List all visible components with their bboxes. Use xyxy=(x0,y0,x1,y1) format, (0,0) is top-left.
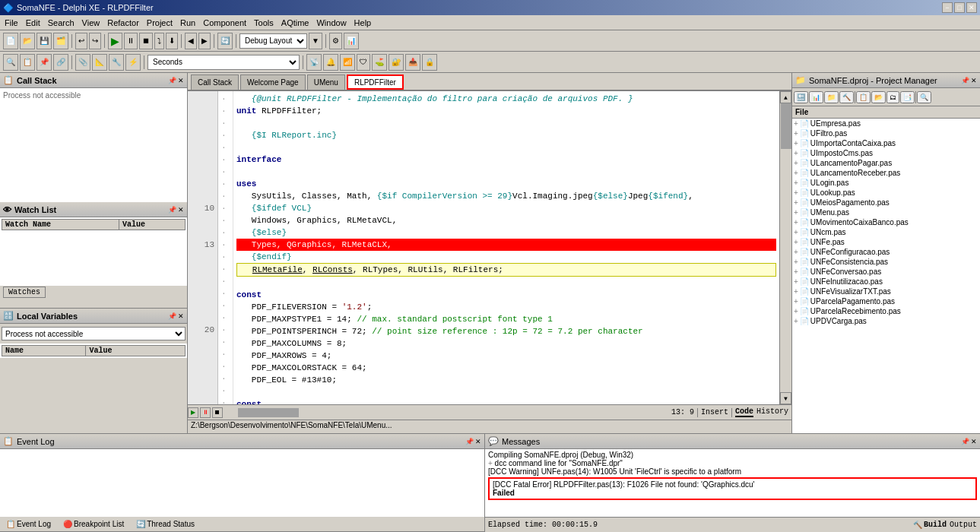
code-lines-area[interactable]: {@unit RLPDFFilter - Implementação do fi… xyxy=(233,91,779,404)
run-button[interactable]: ▶ xyxy=(108,33,122,49)
debug-btn7[interactable]: 🔧 xyxy=(109,54,124,71)
close-button[interactable]: ✕ xyxy=(966,2,977,13)
pm-pin[interactable]: 📌 xyxy=(961,77,969,84)
step-over-button[interactable]: ⤵ xyxy=(154,33,164,49)
file-item-uempresa[interactable]: + 📄 UEmpresa.pas xyxy=(792,119,980,128)
tab-code[interactable]: Code xyxy=(735,407,753,417)
pm-btn2[interactable]: 📊 xyxy=(809,91,823,103)
new-button[interactable]: 📄 xyxy=(3,33,18,49)
debug-btn2[interactable]: 📋 xyxy=(20,54,35,71)
call-stack-close[interactable]: ✕ xyxy=(178,77,184,84)
file-item-updvcarga[interactable]: + 📄 UPDVCarga.pas xyxy=(792,316,980,326)
pm-btn5[interactable]: 📋 xyxy=(856,91,871,103)
hscroll-track[interactable] xyxy=(223,408,668,417)
el-pin[interactable]: 📌 xyxy=(465,438,474,445)
pm-btn8[interactable]: 📑 xyxy=(900,91,915,103)
config-btn1[interactable]: ⚙ xyxy=(329,33,342,49)
file-item-unfeconv[interactable]: + 📄 UNFeConversao.pas xyxy=(792,267,980,277)
local-vars-close[interactable]: ✕ xyxy=(178,312,184,320)
code-editor[interactable]: 10 13 20 xyxy=(188,91,791,420)
tab-umenu[interactable]: UMenu xyxy=(307,74,345,90)
file-item-umeios[interactable]: + 📄 UMeiosPagamento.pas xyxy=(792,198,980,207)
extra-btn2[interactable]: 🔔 xyxy=(323,54,338,71)
msg-close[interactable]: ✕ xyxy=(971,438,977,445)
event-log-tab[interactable]: 📋 Event Log xyxy=(0,519,57,529)
code-vscroll[interactable]: ▲ ▼ xyxy=(779,91,791,404)
output-tab[interactable]: Output xyxy=(950,521,977,530)
file-item-unfe[interactable]: + 📄 UNFe.pas xyxy=(792,237,980,247)
file-item-uimpostocms[interactable]: + 📄 UImpostoCms.pas xyxy=(792,148,980,158)
seconds-select[interactable]: Seconds xyxy=(147,55,300,70)
debug-btn1[interactable]: 🔍 xyxy=(3,54,18,71)
local-vars-pin[interactable]: 📌 xyxy=(168,312,176,320)
el-close[interactable]: ✕ xyxy=(475,438,481,445)
local-vars-select[interactable]: Process not accessible xyxy=(2,327,186,340)
title-bar-controls[interactable]: − □ ✕ xyxy=(942,2,977,13)
file-item-ulancreceber[interactable]: + 📄 ULancamentoReceber.pas xyxy=(792,168,980,178)
file-item-uparcelarec[interactable]: + 📄 UParcelaRecebimento.pas xyxy=(792,306,980,316)
stop-small-btn[interactable]: ⏹ xyxy=(212,407,223,418)
menu-aqtime[interactable]: AQtime xyxy=(278,17,312,28)
file-item-unfevisual[interactable]: + 📄 UNFeVisualizarTXT.pas xyxy=(792,287,980,296)
open-button[interactable]: 📂 xyxy=(20,33,35,49)
scroll-up[interactable]: ▲ xyxy=(780,91,791,103)
file-item-ulogin[interactable]: + 📄 ULogin.pas xyxy=(792,178,980,188)
file-item-ufiltro[interactable]: + 📄 UFiltro.pas xyxy=(792,128,980,138)
run-small-btn[interactable]: ▶ xyxy=(188,407,198,418)
watches-tab[interactable]: Watches xyxy=(3,287,46,298)
file-item-uimportaconta[interactable]: + 📄 UImportaContaCaixa.pas xyxy=(792,138,980,148)
thread-tab[interactable]: 🔄 Thread Status xyxy=(130,519,201,529)
file-item-ulancpagar[interactable]: + 📄 ULancamentoPagar.pas xyxy=(792,158,980,168)
pm-close[interactable]: ✕ xyxy=(971,77,977,84)
menu-file[interactable]: File xyxy=(2,17,21,28)
redo-button[interactable]: ↪ xyxy=(89,33,101,49)
scroll-thumb[interactable] xyxy=(781,103,791,149)
pause-button[interactable]: ⏸ xyxy=(124,33,138,49)
file-item-unfeinut[interactable]: + 📄 UNFeInutilizacao.pas xyxy=(792,277,980,287)
menu-window[interactable]: Window xyxy=(313,17,349,28)
extra-btn6[interactable]: 🔐 xyxy=(389,54,404,71)
undo-button[interactable]: ↩ xyxy=(75,33,87,49)
file-item-unfeconfig[interactable]: + 📄 UNFeConfiguracao.pas xyxy=(792,247,980,257)
breakpoint-tab[interactable]: 🔴 Breakpoint List xyxy=(57,519,130,529)
menu-edit[interactable]: Edit xyxy=(23,17,43,28)
menu-view[interactable]: View xyxy=(79,17,103,28)
file-item-uncm[interactable]: + 📄 UNcm.pas xyxy=(792,227,980,237)
layout-select[interactable]: Debug Layout xyxy=(239,33,307,49)
maximize-button[interactable]: □ xyxy=(954,2,965,13)
pm-btn7[interactable]: 🗂 xyxy=(886,91,899,103)
minimize-button[interactable]: − xyxy=(942,2,953,13)
file-tree[interactable]: + 📄 UEmpresa.pas + 📄 UFiltro.pas + 📄 UIm… xyxy=(792,119,980,433)
layout-dropdown[interactable]: ▼ xyxy=(309,33,322,49)
menu-help[interactable]: Help xyxy=(351,17,375,28)
extra-btn1[interactable]: 📡 xyxy=(306,54,322,71)
scroll-down[interactable]: ▼ xyxy=(780,392,791,404)
step-into-button[interactable]: ⬇ xyxy=(166,33,178,49)
pause-small-btn[interactable]: ⏸ xyxy=(200,407,211,418)
tab-history[interactable]: History xyxy=(756,407,788,417)
tab-call-stack[interactable]: Call Stack xyxy=(191,74,239,90)
extra-btn4[interactable]: 🛡 xyxy=(357,54,370,71)
back-button[interactable]: ◀ xyxy=(185,33,197,49)
tab-welcome[interactable]: Welcome Page xyxy=(240,74,306,90)
call-stack-pin[interactable]: 📌 xyxy=(168,77,176,84)
extra-btn5[interactable]: ⛳ xyxy=(372,54,387,71)
debug-btn5[interactable]: 📎 xyxy=(75,54,90,71)
config-btn2[interactable]: 📊 xyxy=(344,33,359,49)
pm-btn4[interactable]: 🔨 xyxy=(839,91,854,103)
extra-btn3[interactable]: 📶 xyxy=(340,54,355,71)
hscroll-thumb[interactable] xyxy=(238,408,299,417)
menu-component[interactable]: Component xyxy=(200,17,249,28)
menu-refactor[interactable]: Refactor xyxy=(104,17,142,28)
menu-run[interactable]: Run xyxy=(177,17,198,28)
debug-btn3[interactable]: 📌 xyxy=(36,54,52,71)
debug-btn8[interactable]: ⚡ xyxy=(125,54,141,71)
menu-project[interactable]: Project xyxy=(144,17,176,28)
file-item-ulookup[interactable]: + 📄 ULookup.pas xyxy=(792,188,980,198)
extra-btn7[interactable]: 📥 xyxy=(405,54,420,71)
watch-pin[interactable]: 📌 xyxy=(168,206,176,214)
build-tab[interactable]: 🔨 Build xyxy=(913,521,947,530)
menu-search[interactable]: Search xyxy=(45,17,78,28)
debug-btn6[interactable]: 📐 xyxy=(92,54,107,71)
msg-pin[interactable]: 📌 xyxy=(961,438,969,445)
